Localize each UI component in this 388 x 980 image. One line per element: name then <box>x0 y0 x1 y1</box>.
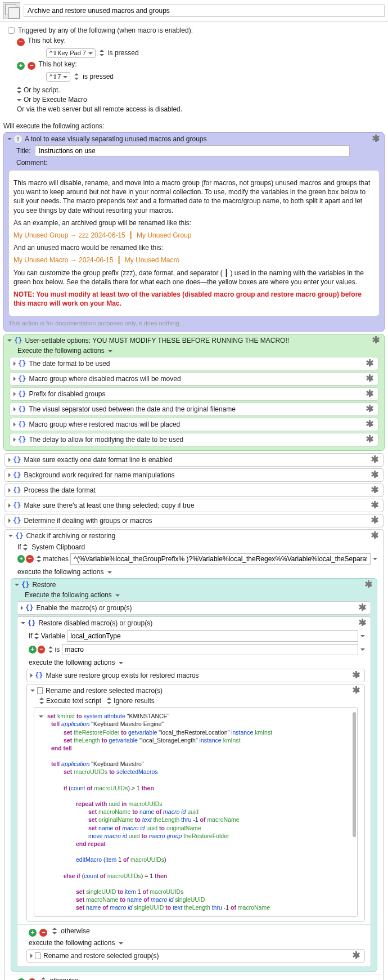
or-web: Or via the web server but all remote acc… <box>17 105 182 113</box>
g4-gear[interactable] <box>372 517 380 525</box>
exec3-menu[interactable] <box>119 942 123 945</box>
matches-stepper[interactable] <box>37 556 41 562</box>
or-script-toggle[interactable] <box>17 87 21 93</box>
gr2-label[interactable]: Prefix for disabled groups <box>29 390 367 398</box>
check-gear[interactable] <box>372 532 380 540</box>
gr1-label[interactable]: Macro group where disabled macros will b… <box>29 375 367 383</box>
g4-label[interactable]: Determine if dealing with groups or macr… <box>24 517 372 525</box>
gr1-gear[interactable] <box>367 375 375 383</box>
g0-label[interactable]: Make sure exactly one date format line i… <box>24 456 372 464</box>
variable-name-input[interactable] <box>67 630 358 642</box>
hotkey-2-state: is pressed <box>83 73 114 80</box>
g1-label[interactable]: Background work required for name manipu… <box>24 471 372 479</box>
g2-gear[interactable] <box>372 486 380 494</box>
sub1-label[interactable]: Make sure restore group exists for resto… <box>46 672 353 679</box>
gr3-gear[interactable] <box>367 405 375 413</box>
g1-gear[interactable] <box>372 471 380 479</box>
purple-disclosure[interactable] <box>7 138 12 140</box>
restore-gear[interactable] <box>366 581 373 589</box>
otherwise-stepper[interactable] <box>52 928 57 934</box>
remove-trigger-btn[interactable]: − <box>17 38 25 46</box>
if-any-stepper[interactable] <box>23 544 28 551</box>
gr0-gear[interactable] <box>367 360 375 368</box>
g0-gear[interactable] <box>372 456 380 464</box>
otherwise2-stepper[interactable] <box>41 977 46 980</box>
gr4-disclosure[interactable] <box>13 422 16 427</box>
regex-menu[interactable] <box>373 558 377 560</box>
otherwise2-remove[interactable]: − <box>28 978 36 980</box>
hotkey-2-stepper[interactable] <box>74 73 79 80</box>
green-gear-icon[interactable] <box>373 337 381 344</box>
check-disclosure[interactable] <box>8 535 13 537</box>
scriptopt2-stepper[interactable] <box>107 697 111 704</box>
r2-disclosure[interactable] <box>21 622 25 624</box>
g2-disclosure[interactable] <box>8 488 11 493</box>
gr5-gear[interactable] <box>367 436 375 444</box>
exec-menu[interactable] <box>107 571 112 574</box>
restore-disclosure[interactable] <box>15 584 19 586</box>
trigger-any-checkbox[interactable] <box>8 27 15 34</box>
cond-remove[interactable]: − <box>26 555 33 563</box>
exec2-menu[interactable] <box>119 662 123 664</box>
g2-label[interactable]: Process the date format <box>24 486 372 494</box>
hotkey-1-stepper[interactable] <box>100 50 104 56</box>
otherwise-add[interactable]: + <box>29 929 37 937</box>
g4-disclosure[interactable] <box>8 518 11 523</box>
var-menu[interactable] <box>360 635 365 637</box>
scriptopt1-stepper[interactable] <box>39 697 44 704</box>
sub2-disclosure[interactable] <box>30 690 35 692</box>
gr4-gear[interactable] <box>367 420 375 428</box>
sub3-label[interactable]: Rename and restore selected group(s) <box>43 952 353 960</box>
remove-trigger-2-btn[interactable]: − <box>28 62 35 70</box>
gr3-disclosure[interactable] <box>13 407 16 411</box>
enable-gear[interactable] <box>359 604 367 612</box>
enable-label[interactable]: Enable the macro(s) or group(s) <box>36 604 359 612</box>
gr2-disclosure[interactable] <box>13 392 16 396</box>
is-menu[interactable] <box>360 648 365 651</box>
add-trigger-btn[interactable]: + <box>17 62 25 70</box>
gr1-disclosure[interactable] <box>13 377 16 381</box>
comment-title-input[interactable] <box>35 145 350 156</box>
gr0-disclosure[interactable] <box>13 361 16 366</box>
enable-disclosure[interactable] <box>21 606 23 610</box>
gr3-label[interactable]: The visual separator used between the da… <box>29 405 367 413</box>
r2-gear[interactable] <box>359 619 367 627</box>
sub3-gear[interactable] <box>353 952 361 960</box>
cond-add[interactable]: + <box>17 555 25 563</box>
gr5-disclosure[interactable] <box>13 437 16 442</box>
macro-title-input[interactable] <box>24 5 385 17</box>
script-opt2[interactable]: Ignore results <box>114 697 155 705</box>
g3-disclosure[interactable] <box>8 503 11 508</box>
hotkey-1-field[interactable]: ^⇧Key Pad 7 <box>46 48 96 58</box>
green-disclosure[interactable] <box>7 339 12 342</box>
gr5-label[interactable]: The delay to allow for modifying the dat… <box>29 436 367 444</box>
gr2-gear[interactable] <box>367 390 375 398</box>
script-scrollbar[interactable] <box>353 712 356 837</box>
green-exec-menu[interactable] <box>108 350 112 352</box>
or-exec-disclosure[interactable] <box>17 99 21 101</box>
is-value-input[interactable] <box>62 644 359 655</box>
purple-gear-icon[interactable] <box>373 135 381 143</box>
hotkey-2-field[interactable]: ^⇧7 <box>46 72 70 82</box>
is-add[interactable]: + <box>29 646 37 654</box>
gr4-label[interactable]: Macro group where restored macros will b… <box>29 420 367 428</box>
restore-exec-menu[interactable] <box>115 594 120 597</box>
is-remove[interactable]: − <box>38 646 46 654</box>
g3-label[interactable]: Make sure there's at least one thing sel… <box>24 502 372 509</box>
comment-body[interactable]: This macro will disable, rename, and mov… <box>8 170 380 316</box>
gr0-label[interactable]: The date format to be used <box>29 360 367 368</box>
sub1-gear[interactable] <box>353 672 361 679</box>
regex-input[interactable] <box>70 553 371 565</box>
otherwise2-add[interactable]: + <box>17 978 25 980</box>
is-stepper[interactable] <box>48 646 53 653</box>
sub2-gear[interactable] <box>353 687 361 695</box>
g0-disclosure[interactable] <box>8 458 11 462</box>
sub1-disclosure[interactable] <box>30 673 33 678</box>
otherwise-remove[interactable]: − <box>39 929 47 937</box>
g3-gear[interactable] <box>372 502 380 509</box>
if-cond-stepper[interactable] <box>34 633 39 639</box>
g1-disclosure[interactable] <box>8 473 11 477</box>
applescript-editor[interactable]: set kmInst to system attribute "KMINSTAN… <box>34 707 358 916</box>
sub3-disclosure[interactable] <box>30 954 33 958</box>
script-opt1[interactable]: Execute text script <box>46 697 101 705</box>
